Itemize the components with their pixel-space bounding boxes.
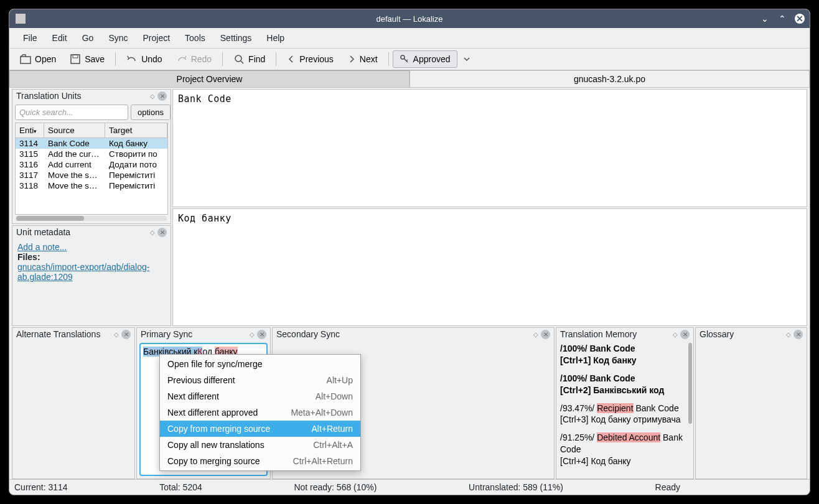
- primary-sync-panel: Primary Sync ◇✕ Банківський кКод банку O…: [136, 327, 271, 479]
- app-icon: [16, 14, 26, 24]
- tm-result[interactable]: /100%/ Bank Code[Ctrl+2] Банківський код: [560, 373, 690, 396]
- app-window: default — Lokalize ⌄ ⌃ ✕ File Edit Go Sy…: [9, 9, 810, 495]
- float-icon[interactable]: ◇: [150, 93, 155, 100]
- horizontal-scrollbar[interactable]: [16, 216, 167, 221]
- float-icon[interactable]: ◇: [250, 331, 255, 338]
- quick-search-input[interactable]: [15, 105, 128, 120]
- col-source[interactable]: Source: [44, 123, 105, 138]
- open-label: Open: [35, 54, 56, 64]
- source-file-link[interactable]: gnucash/import-export/aqb/dialog-ab.glad…: [17, 262, 149, 282]
- table-row[interactable]: 3118Move the sel…Переміститі: [16, 180, 167, 191]
- context-menu-item[interactable]: Copy from merging sourceAlt+Return: [160, 421, 360, 437]
- tm-results[interactable]: /100%/ Bank Code[Ctrl+1] Код банку/100%/…: [556, 340, 693, 478]
- tab-overview[interactable]: Project Overview: [9, 70, 410, 88]
- float-icon[interactable]: ◇: [673, 331, 678, 338]
- tm-result[interactable]: /100%/ Bank Code[Ctrl+1] Код банку: [560, 343, 690, 366]
- panel-close-icon[interactable]: ✕: [680, 330, 690, 339]
- float-icon[interactable]: ◇: [114, 331, 119, 338]
- next-label: Next: [360, 54, 378, 64]
- menu-help[interactable]: Help: [259, 30, 292, 45]
- tm-result[interactable]: /91.25%/ Debited Account Bank Code[Ctrl+…: [560, 432, 690, 467]
- context-menu-item[interactable]: Previous differentAlt+Up: [160, 372, 360, 388]
- statusbar: Current: 3114 Total: 5204 Not ready: 568…: [9, 479, 810, 495]
- options-button[interactable]: options: [131, 105, 171, 120]
- float-icon[interactable]: ◇: [150, 229, 155, 236]
- find-button[interactable]: Find: [227, 50, 272, 68]
- next-button[interactable]: Next: [340, 50, 385, 68]
- float-icon[interactable]: ◇: [786, 331, 791, 338]
- meta-panel-title: Unit metadata: [16, 227, 70, 237]
- col-target[interactable]: Target: [105, 123, 167, 138]
- previous-button[interactable]: Previous: [280, 50, 340, 68]
- menu-settings[interactable]: Settings: [213, 30, 260, 45]
- menu-project[interactable]: Project: [136, 30, 178, 45]
- menu-go[interactable]: Go: [75, 30, 101, 45]
- menu-tools[interactable]: Tools: [177, 30, 213, 45]
- maximize-icon[interactable]: ⌃: [777, 14, 787, 24]
- add-note-link[interactable]: Add a note...: [17, 242, 67, 252]
- chevron-left-icon: [287, 55, 296, 63]
- redo-label: Redo: [191, 54, 212, 64]
- redo-icon: [176, 54, 187, 65]
- menubar: File Edit Go Sync Project Tools Settings…: [9, 28, 810, 49]
- menu-edit[interactable]: Edit: [45, 30, 75, 45]
- status-total: Total: 5204: [159, 482, 202, 492]
- panel-close-icon[interactable]: ✕: [793, 330, 803, 339]
- panel-close-icon[interactable]: ✕: [257, 330, 266, 339]
- context-menu-item[interactable]: Copy to merging sourceCtrl+Alt+Return: [160, 453, 360, 469]
- approved-dropdown[interactable]: [457, 52, 476, 67]
- vertical-scrollbar[interactable]: [688, 343, 692, 424]
- status-ready: Ready: [655, 482, 680, 492]
- context-menu-item[interactable]: Copy all new translationsCtrl+Alt+A: [160, 437, 360, 453]
- save-button[interactable]: Save: [63, 50, 111, 68]
- approved-button[interactable]: Approved: [393, 50, 457, 68]
- ssync-panel-title: Secondary Sync: [276, 329, 340, 339]
- key-icon: [400, 54, 410, 64]
- table-row[interactable]: 3117Move the sel…Переміститі: [16, 170, 167, 180]
- tm-result[interactable]: /93.47%/ Recipient Bank Code[Ctrl+3] Код…: [560, 403, 690, 426]
- panel-close-icon[interactable]: ✕: [157, 91, 167, 101]
- target-editor[interactable]: Код банку: [172, 208, 807, 327]
- alternate-translations-panel: Alternate Translations ◇✕: [12, 327, 135, 479]
- previous-label: Previous: [299, 54, 333, 64]
- context-menu-item[interactable]: Open file for sync/merge: [160, 356, 360, 372]
- translation-units-panel: Translation Units ◇ ✕ options Enti▾: [12, 89, 171, 224]
- files-label: Files:: [17, 252, 40, 262]
- minimize-icon[interactable]: ⌄: [760, 14, 770, 24]
- menu-file[interactable]: File: [16, 30, 45, 45]
- toolbar: Open Save Undo Redo Find Previous Next: [9, 49, 810, 70]
- context-menu: Open file for sync/mergePrevious differe…: [159, 354, 361, 471]
- status-untranslated: Untranslated: 589 (11%): [469, 482, 563, 492]
- svg-line-7: [406, 60, 408, 61]
- table-row[interactable]: 3115Add the curr…Створити по: [16, 149, 167, 159]
- panel-close-icon[interactable]: ✕: [541, 330, 550, 339]
- table-row[interactable]: 3116Add currentДодати пото: [16, 159, 167, 170]
- panel-close-icon[interactable]: ✕: [157, 228, 167, 237]
- tab-file-label: gnucash-3.2.uk.po: [574, 74, 645, 84]
- col-entry[interactable]: Enti▾: [16, 123, 44, 138]
- unit-metadata-panel: Unit metadata ◇ ✕ Add a note... Files: g…: [12, 225, 171, 326]
- panel-close-icon[interactable]: ✕: [121, 330, 131, 339]
- context-menu-item[interactable]: Next differentAlt+Down: [160, 388, 360, 404]
- psync-panel-title: Primary Sync: [141, 329, 192, 339]
- chevron-right-icon: [347, 55, 356, 63]
- status-current: Current: 3114: [14, 482, 68, 492]
- close-icon[interactable]: ✕: [795, 14, 805, 24]
- status-notready: Not ready: 568 (10%): [294, 482, 377, 492]
- svg-line-4: [241, 61, 243, 63]
- floppy-icon: [70, 54, 81, 65]
- tu-table[interactable]: Enti▾ Source Target 3114Bank CodeКод бан…: [15, 123, 168, 215]
- chevron-down-icon: [463, 55, 470, 63]
- float-icon[interactable]: ◇: [533, 331, 538, 338]
- search-icon: [233, 54, 245, 65]
- menu-sync[interactable]: Sync: [101, 30, 135, 45]
- open-button[interactable]: Open: [13, 50, 63, 68]
- find-label: Find: [248, 54, 265, 64]
- undo-label: Undo: [141, 54, 162, 64]
- undo-button[interactable]: Undo: [119, 50, 169, 68]
- table-row[interactable]: 3114Bank CodeКод банку: [16, 138, 167, 149]
- approved-label: Approved: [413, 54, 451, 64]
- tab-file[interactable]: gnucash-3.2.uk.po: [410, 70, 810, 88]
- titlebar: default — Lokalize ⌄ ⌃ ✕: [9, 9, 810, 28]
- context-menu-item[interactable]: Next different approvedMeta+Alt+Down: [160, 404, 360, 421]
